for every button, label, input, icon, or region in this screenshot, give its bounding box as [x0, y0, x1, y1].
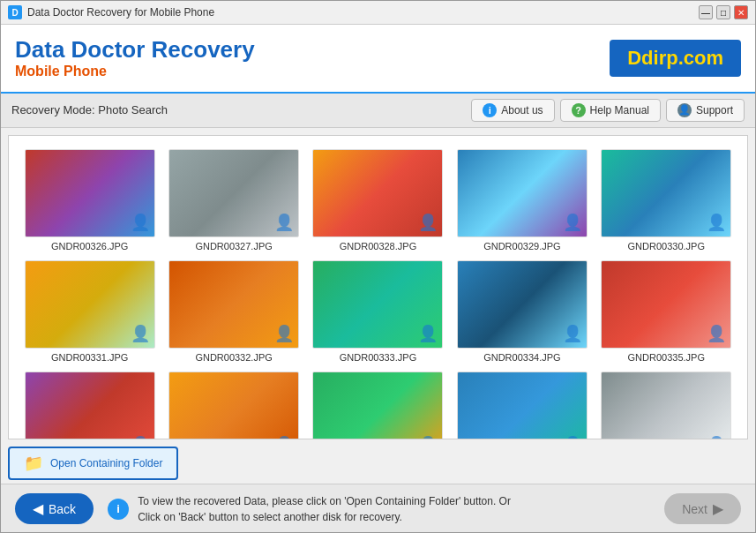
photo-thumb-extra2: [168, 372, 299, 439]
logo-text: Ddirp.com: [627, 47, 723, 69]
back-button[interactable]: ◀ Back: [15, 493, 94, 524]
about-button[interactable]: i About us: [471, 99, 554, 122]
photo-thumb-328: [312, 149, 443, 237]
photo-label-334: GNDR00334.JPG: [483, 352, 560, 363]
photo-thumb-extra4: [457, 372, 588, 439]
info-circle-icon: i: [108, 499, 129, 520]
photo-thumb-334: [457, 260, 588, 349]
open-containing-folder-button[interactable]: 📁 Open Containing Folder: [8, 447, 178, 480]
photo-item[interactable]: GNDR00326.JPG: [22, 149, 157, 251]
support-icon: 👤: [677, 103, 692, 117]
header: Data Doctor Recovery Mobile Phone Ddirp.…: [1, 25, 755, 93]
photo-label-328: GNDR00328.JPG: [340, 241, 416, 251]
app-icon: D: [8, 5, 22, 19]
photo-item[interactable]: GNDR00330.JPG: [599, 149, 734, 251]
photo-item[interactable]: [599, 372, 734, 439]
photo-label-333: GNDR00333.JPG: [340, 352, 416, 363]
photo-item[interactable]: GNDR00333.JPG: [311, 260, 445, 363]
photo-item[interactable]: GNDR00327.JPG: [166, 149, 301, 251]
photo-thumb-extra1: [25, 372, 155, 439]
photo-label-329: GNDR00329.JPG: [483, 241, 560, 251]
photo-item[interactable]: GNDR00331.JPG: [22, 260, 157, 363]
photo-item[interactable]: GNDR00328.JPG: [311, 149, 445, 251]
photo-thumb-326: [25, 149, 155, 237]
info-text: To view the recovered Data, please click…: [138, 493, 511, 525]
close-button[interactable]: ✕: [734, 5, 748, 19]
photo-grid-container: GNDR00326.JPGGNDR00327.JPGGNDR00328.JPGG…: [8, 135, 748, 439]
back-arrow-icon: ◀: [33, 500, 43, 517]
photo-thumb-327: [168, 149, 299, 237]
next-button[interactable]: Next ▶: [664, 493, 741, 524]
title-bar-left: D Data Doctor Recovery for Mobile Phone: [8, 5, 214, 19]
back-button-area: ◀ Back: [15, 493, 94, 524]
toolbar: Recovery Mode: Photo Search i About us ?…: [1, 94, 755, 128]
recovery-mode-label: Recovery Mode: Photo Search: [11, 103, 168, 116]
photo-item[interactable]: [454, 372, 589, 439]
photo-label-327: GNDR00327.JPG: [195, 241, 272, 251]
help-icon: ?: [572, 103, 586, 117]
photo-thumb-extra3: [312, 372, 443, 439]
photo-thumb-extra5: [601, 372, 731, 439]
photo-thumb-332: [168, 260, 299, 349]
photo-grid: GNDR00326.JPGGNDR00327.JPGGNDR00328.JPGG…: [9, 136, 747, 439]
support-button[interactable]: 👤 Support: [666, 99, 745, 122]
photo-label-326: GNDR00326.JPG: [51, 241, 128, 251]
photo-thumb-330: [601, 149, 731, 237]
open-folder-section: 📁 Open Containing Folder: [8, 447, 748, 480]
info-section: i To view the recovered Data, please cli…: [94, 493, 664, 525]
window-controls[interactable]: — □ ✕: [699, 5, 748, 19]
photo-thumb-333: [312, 260, 443, 349]
minimize-button[interactable]: —: [699, 5, 713, 19]
photo-item[interactable]: GNDR00334.JPG: [454, 260, 589, 363]
photo-label-332: GNDR00332.JPG: [195, 352, 272, 363]
photo-item[interactable]: GNDR00329.JPG: [454, 149, 589, 251]
photo-label-331: GNDR00331.JPG: [51, 352, 128, 363]
bottom-bar: ◀ Back i To view the recovered Data, ple…: [1, 484, 755, 534]
help-button[interactable]: ? Help Manual: [560, 99, 661, 122]
title-bar: D Data Doctor Recovery for Mobile Phone …: [1, 1, 755, 25]
window-title: Data Doctor Recovery for Mobile Phone: [27, 6, 214, 19]
photo-label-335: GNDR00335.JPG: [628, 352, 705, 363]
photo-item[interactable]: [166, 372, 301, 439]
info-icon: i: [483, 103, 497, 117]
photo-thumb-329: [457, 149, 588, 237]
photo-item[interactable]: [311, 372, 445, 439]
photo-item[interactable]: GNDR00335.JPG: [599, 260, 734, 363]
photo-label-330: GNDR00330.JPG: [628, 241, 705, 251]
photo-item[interactable]: [22, 372, 157, 439]
maximize-button[interactable]: □: [716, 5, 730, 19]
logo: Ddirp.com: [610, 40, 741, 77]
photo-thumb-331: [25, 260, 155, 349]
toolbar-buttons: i About us ? Help Manual 👤 Support: [471, 99, 745, 122]
folder-icon: 📁: [24, 454, 43, 473]
next-arrow-icon: ▶: [713, 500, 723, 517]
photo-thumb-335: [601, 260, 731, 349]
brand-subtitle: Mobile Phone: [15, 64, 255, 79]
photo-item[interactable]: GNDR00332.JPG: [166, 260, 301, 363]
brand-title: Data Doctor Recovery: [15, 36, 255, 64]
brand: Data Doctor Recovery Mobile Phone: [15, 36, 255, 79]
